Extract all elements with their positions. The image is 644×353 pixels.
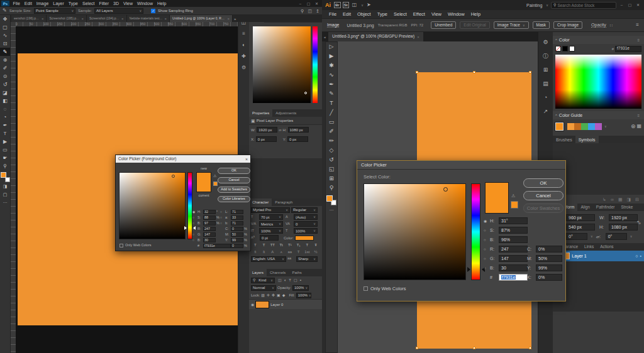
selection-handle[interactable] [473, 71, 475, 73]
tab-overflow-icon[interactable]: » [234, 17, 236, 21]
close-button[interactable]: ✕ [314, 2, 319, 6]
layer-filter-icon[interactable]: ▪ [300, 278, 301, 282]
text-style-button[interactable]: T₁ [294, 243, 303, 247]
value-field[interactable]: 71 [231, 221, 243, 225]
eraser-tool[interactable]: ◪ [0, 89, 10, 97]
menu-item[interactable]: Edit [340, 12, 354, 17]
close-icon[interactable]: × [81, 17, 84, 21]
blur-tool[interactable]: ◌ [0, 105, 10, 113]
radio-button[interactable]: ○ [220, 210, 225, 214]
panel-action-icon[interactable]: ↳ [602, 197, 606, 202]
value-field[interactable]: 87% [499, 227, 528, 234]
chevron-down-icon[interactable]: ∨ [630, 235, 633, 238]
layer-thumbnail[interactable] [255, 301, 269, 308]
toolbar-mode-icon[interactable]: ▢ [0, 190, 10, 198]
height-field[interactable]: 1080 px [288, 127, 309, 133]
value-field[interactable]: 0% [536, 274, 562, 281]
panel-strip-icon[interactable]: ◔ [544, 95, 547, 100]
baseline-shift-field[interactable]: 0 pt [260, 235, 279, 241]
toolbar-more-icon[interactable]: ⋯ [326, 205, 337, 215]
y-field[interactable]: 540 px [566, 224, 595, 231]
toolbar-mode-icon[interactable]: ⋯ [0, 198, 10, 207]
opentype-button[interactable]: 1st [303, 250, 312, 254]
only-web-colors[interactable]: Only Web Colors [119, 244, 151, 247]
radio-button[interactable]: ◉ [192, 210, 197, 214]
menu-item[interactable]: File [326, 12, 340, 17]
panel-tab[interactable]: Channels [267, 269, 289, 276]
shear-field[interactable]: 0° [606, 233, 627, 240]
workspace-switcher[interactable]: Painting [526, 3, 542, 8]
ai-color-guide-header[interactable]: ^ Color Guide ≡ [553, 111, 644, 119]
panel-action-icon[interactable]: ⊟ [635, 197, 639, 202]
width-field[interactable]: 1920 px [257, 127, 277, 133]
opentype-button[interactable]: ſt [260, 250, 269, 254]
opentype-button[interactable]: ½ [311, 250, 320, 254]
value-field[interactable]: 31° [499, 217, 528, 224]
hue-slider-marker-left[interactable] [467, 267, 470, 272]
type-tool[interactable]: T [326, 99, 337, 108]
marquee-tool[interactable]: ▢ [0, 23, 10, 31]
group-color-swatch[interactable] [588, 123, 595, 130]
pen-tool[interactable]: ✒ [326, 80, 337, 89]
rotate-field[interactable]: 0° [566, 233, 587, 240]
value-field[interactable]: 0 [231, 244, 243, 248]
layer-target-icon[interactable]: ○ [635, 254, 638, 258]
layout-icon[interactable]: ◫ [352, 3, 357, 8]
radio-button[interactable]: ○ [220, 222, 225, 225]
group-color-swatch[interactable] [574, 123, 581, 130]
panel-tab[interactable]: Actions [597, 243, 616, 251]
selection-handle[interactable] [473, 347, 475, 349]
move-tool[interactable]: ✥ [0, 15, 10, 23]
layer-name[interactable]: Layer 0 [270, 303, 283, 307]
gamut-warning-icon[interactable]: ⚠ [213, 174, 216, 178]
hex-field[interactable]: f7931e [203, 244, 231, 248]
shaper-tool[interactable]: ✏ [326, 136, 337, 146]
value-field[interactable]: 97 [203, 221, 216, 225]
close-icon[interactable]: × [228, 17, 230, 21]
panel-strip-icon[interactable]: ↗ [543, 109, 548, 114]
blend-mode-select[interactable]: Normal∨ [251, 285, 276, 291]
minimize-button[interactable]: – [297, 2, 303, 6]
menu-item[interactable]: Select [80, 1, 97, 6]
chevron-down-icon[interactable]: ∨ [361, 4, 364, 7]
menu-item[interactable]: View [121, 1, 135, 6]
hue-slider[interactable] [187, 172, 192, 239]
value-field[interactable]: 247 [499, 246, 528, 253]
group-color-swatch[interactable] [581, 123, 588, 130]
value-field[interactable]: 96% [499, 236, 528, 243]
menu-item[interactable]: Select [391, 12, 410, 17]
close-icon[interactable]: × [245, 157, 248, 161]
character-field[interactable]: (Auto)∨ [294, 214, 318, 220]
dialog-titlebar[interactable]: Color Picker [357, 161, 565, 170]
magic-wand-tool[interactable]: ✱ [326, 61, 337, 70]
menu-item[interactable]: Window [135, 1, 155, 6]
dialog-button[interactable]: Color Swatches [523, 204, 564, 213]
foreground-background-swatches[interactable] [1, 172, 10, 182]
control-anchor[interactable]: Image [327, 23, 339, 28]
text-color-swatch[interactable] [295, 236, 314, 241]
opentype-button[interactable]: fi [251, 250, 260, 254]
opentype-button[interactable]: A [269, 250, 277, 254]
dialog-button[interactable]: Cancel [523, 191, 564, 200]
dialog-button[interactable]: Cancel [218, 177, 250, 183]
value-field[interactable]: 99 [231, 238, 243, 242]
fill-field[interactable]: 100%∨ [296, 293, 311, 298]
document-tab[interactable]: Untitled-3.png* @ 100% (RGB/GPU Preview)… [328, 32, 423, 41]
free-transform-tool[interactable]: ⊞ [326, 174, 337, 183]
tab-nav-arrows-icon[interactable]: « [324, 35, 326, 39]
hex-field[interactable]: f7931e [615, 46, 641, 52]
character-field[interactable]: 70 pt∨ [259, 214, 283, 220]
menu-item[interactable]: Effect [410, 12, 428, 17]
pen-tool[interactable]: ✒ [0, 121, 10, 129]
lock-icon[interactable]: ✥ [272, 293, 275, 297]
sample-size-select[interactable]: Point Sample ∨ [34, 8, 75, 14]
radio-button[interactable]: ○ [484, 266, 489, 270]
stock-search[interactable]: ⚲ [551, 2, 616, 9]
radio-button[interactable]: ○ [484, 238, 489, 242]
font-family-select[interactable]: Myriad Pro∨ [251, 207, 290, 213]
menu-item[interactable]: Window [445, 12, 468, 17]
menu-item[interactable]: View [428, 12, 445, 17]
collapse-icon[interactable]: ^ [555, 38, 557, 42]
panel-tab[interactable]: Paragraph [272, 198, 296, 206]
menu-item[interactable]: Object [354, 12, 374, 17]
